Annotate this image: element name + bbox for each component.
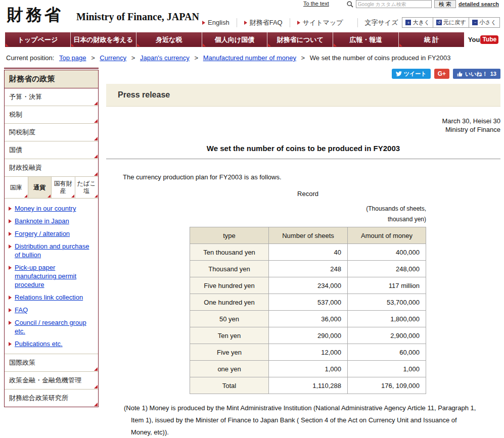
font-smaller-label: 小さく (479, 19, 496, 26)
breadcrumb-link-manufactured-number[interactable]: Manufactured number of money (203, 54, 296, 62)
table-row: one yen 1,000 1,000 (190, 361, 426, 377)
sidebar-item-customs[interactable]: 関税制度 (5, 124, 98, 141)
google-plus-button[interactable]: G+ (434, 69, 449, 79)
sidebar-link-forgery[interactable]: Forgery / alteration (8, 227, 96, 240)
search-button[interactable]: 検 索 (434, 0, 456, 8)
nav-public-finance[interactable]: 日本の財政を考える (70, 32, 136, 47)
release-date: March 30, Heisei 30 (106, 117, 500, 125)
col-header-type: type (190, 227, 269, 244)
font-reset-label: 元に戻す (443, 19, 466, 26)
cell-amount: 176, 109,000 (348, 377, 426, 394)
nav-statistics[interactable]: 統 計 (398, 32, 464, 47)
header-link-faq[interactable]: 財務省FAQ (237, 18, 290, 27)
sidebar-item-budget[interactable]: 予算・決算 (5, 88, 98, 106)
footnote-line1: (Note 1) Money is produced by the Mint A… (124, 402, 500, 414)
table-row: Thousand yen 248 248,000 (190, 261, 426, 277)
mof-logo[interactable]: 財務省 (7, 4, 63, 26)
tweet-button[interactable]: ツイート (392, 69, 431, 79)
ministry-title: Ministry of Finance, JAPAN (76, 11, 199, 23)
table-row: Five yen 12,000 60,000 (190, 344, 426, 361)
social-buttons: ツイート G+ いいね！ 13 (106, 69, 500, 79)
sidebar-link-bullion[interactable]: Distribution and purchase of bullion (8, 240, 96, 261)
gplus-label: G+ (438, 70, 446, 77)
header-link-label: English (208, 19, 230, 26)
breadcrumb-link-japans-currency[interactable]: Japan's currency (140, 54, 190, 62)
table-row: Ten thousand yen 40 400,000 (190, 244, 426, 261)
cell-type: Total (190, 377, 269, 394)
cell-amount: 400,000 (348, 244, 426, 261)
tab-national-property[interactable]: 国有財産 (52, 177, 75, 198)
sidebar-link-faq[interactable]: FAQ (8, 304, 96, 316)
youtube-logo-tube: Tube (480, 35, 498, 44)
search-area: 検 索 detailed search (347, 0, 499, 8)
breadcrumb-separator: > (194, 54, 198, 62)
sidebar-accent-line (4, 68, 99, 69)
sidebar-item-policy-finance[interactable]: 政策金融・金融危機管理 (5, 372, 98, 390)
sidebar-link-council[interactable]: Council / research group etc. (8, 316, 96, 337)
font-larger-button[interactable]: ＋ 大きく (402, 18, 433, 27)
link-label: Money in our country (15, 205, 76, 212)
nav-jgb-individual[interactable]: 個人向け国債 (202, 32, 267, 47)
facebook-like-button[interactable]: いいね！ 13 (453, 69, 500, 79)
link-label: Pick-up paper manufacturing permit proce… (15, 264, 76, 288)
sidebar-item-tax-system[interactable]: 税制 (5, 106, 98, 124)
footnote: (Note 1) Money is produced by the Mint A… (124, 402, 500, 438)
sidebar-link-banknote[interactable]: Banknote in Japan (8, 215, 96, 227)
tab-currency[interactable]: 通貨 (28, 177, 52, 198)
tab-tobacco-salt[interactable]: たばこ塩 (75, 177, 99, 198)
to-the-text-link[interactable]: To the text (303, 1, 329, 7)
breadcrumb-link-currency[interactable]: Currency (100, 54, 126, 62)
sidebar-item-filp[interactable]: 財政投融資 (5, 159, 98, 177)
cell-sheets: 1,110,288 (269, 377, 348, 394)
youtube-link[interactable]: You Tube (467, 32, 499, 47)
sidebar-link-money[interactable]: Money in our country (8, 202, 96, 215)
link-label: Forgery / alteration (15, 230, 70, 237)
cell-type: Thousand yen (190, 261, 269, 277)
sidebar-link-relations[interactable]: Relations link collection (8, 291, 96, 304)
coin-production-table: type Number of sheets Amount of money Te… (190, 227, 426, 394)
nav-top-page[interactable]: トップページ (5, 32, 70, 47)
breadcrumb-separator: > (301, 54, 305, 62)
cell-sheets: 40 (269, 244, 348, 261)
breadcrumb-current: We set the number of coins produced in F… (310, 54, 451, 62)
breadcrumb-separator: > (131, 54, 135, 62)
font-reset-icon: ↺ (436, 20, 442, 25)
tab-treasury[interactable]: 国庫 (5, 177, 28, 198)
triangle-icon (244, 21, 247, 25)
unit-note-line2: thousand yen) (190, 214, 426, 225)
header-link-sitemap[interactable]: サイトマップ (290, 18, 350, 27)
sidebar-item-international[interactable]: 国際政策 (5, 354, 98, 372)
cell-sheets: 537,000 (269, 294, 348, 311)
thumbs-up-icon (457, 71, 463, 77)
header-links: English 財務省FAQ サイトマップ 文字サイズ ＋ 大きく ↺ 元に戻す… (195, 17, 500, 28)
table-row: Ten yen 290,000 2,900,000 (190, 327, 426, 344)
sidebar-tabs: 国庫 通貨 国有財産 たばこ塩 (5, 177, 98, 199)
nav-familiar-tax[interactable]: 身近な税 (136, 32, 202, 47)
nav-press[interactable]: 広報・報道 (333, 32, 398, 47)
sidebar-item-pri[interactable]: 財務総合政策研究所 (5, 390, 98, 407)
cell-amount: 117 million (348, 277, 426, 294)
cell-type: Five yen (190, 344, 269, 361)
cell-amount: 60,000 (348, 344, 426, 361)
header-link-english[interactable]: English (195, 19, 237, 26)
site-header: To the text 検 索 detailed search 財務省 Mini… (0, 0, 504, 32)
cell-amount: 1,800,000 (348, 311, 426, 327)
cell-sheets: 36,000 (269, 311, 348, 327)
cell-type: one yen (190, 361, 269, 377)
sidebar-link-publications[interactable]: Publications etc. (8, 337, 96, 350)
detailed-search-link[interactable]: detailed search (459, 1, 499, 7)
sidebar-box: 財務省の政策 予算・決算 税制 関税制度 国債 財政投融資 国庫 通貨 国有財産… (4, 70, 99, 407)
document-title: We set the number of coins to be produce… (106, 144, 500, 153)
search-input[interactable] (356, 0, 432, 8)
breadcrumb-label: Current position: (6, 54, 54, 62)
breadcrumb-link-top[interactable]: Top page (59, 54, 86, 62)
nav-about-mof[interactable]: 財務省について (267, 32, 333, 47)
sidebar-link-pickup-paper[interactable]: Pick-up paper manufacturing permit proce… (8, 261, 96, 291)
font-smaller-button[interactable]: － 小さく (469, 18, 499, 27)
sidebar-item-jgb[interactable]: 国債 (5, 141, 98, 159)
breadcrumb: Current position: Top page > Currency > … (6, 54, 504, 62)
link-label: Banknote in Japan (15, 217, 69, 225)
font-reset-button[interactable]: ↺ 元に戻す (433, 18, 469, 27)
cell-type: One hundred yen (190, 294, 269, 311)
font-larger-icon: ＋ (405, 20, 411, 25)
